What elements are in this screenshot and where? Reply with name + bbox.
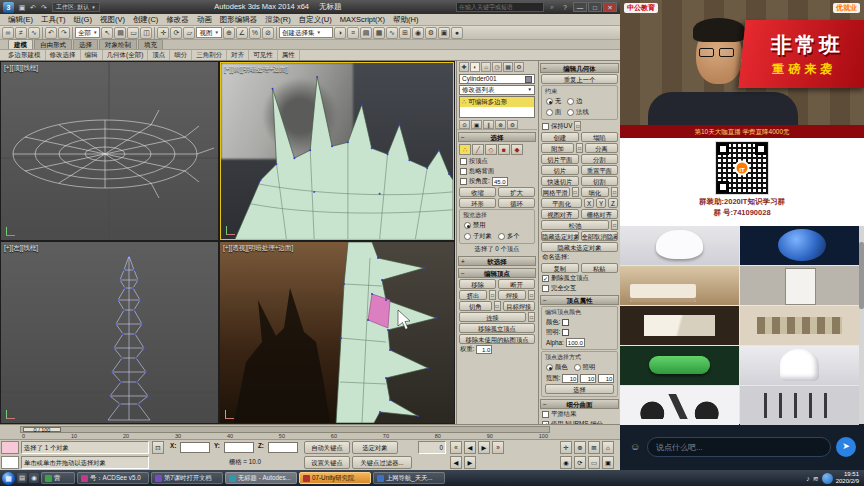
set-key-button[interactable]: 设置关键点 <box>304 456 350 469</box>
menu-customize[interactable]: 自定义(U) <box>295 14 336 26</box>
webcam-video[interactable]: 中公教育 优就业 非常班 重磅来袭 第10天大咖直播 学费直降4000元 <box>620 0 864 138</box>
chat-input[interactable] <box>647 437 831 457</box>
viewport-label[interactable]: [+][前][明暗处理+边面] <box>224 65 288 74</box>
mesh-smooth-button[interactable]: 网格平滑 <box>541 187 570 197</box>
taskbar-item-3dsmax[interactable]: 无标题 - Autodes... <box>225 472 297 484</box>
quick-launch-explorer-icon[interactable]: ▤ <box>17 473 27 483</box>
relax-button[interactable]: 松弛 <box>541 220 609 230</box>
alpha-value[interactable]: 100.0 <box>566 338 585 347</box>
menu-animation[interactable]: 动画 <box>193 14 216 26</box>
undo-icon[interactable]: ↶ <box>28 2 38 13</box>
mesh-smooth-settings-button[interactable]: □ <box>572 187 579 197</box>
menu-maxscript[interactable]: MAXScript(X) <box>336 14 389 26</box>
select-by-color-button[interactable]: 选择 <box>545 384 614 394</box>
zoom-icon[interactable]: ⊕ <box>574 441 586 454</box>
search-icon[interactable]: ⌕ <box>547 3 557 11</box>
ribbon-panel-geometry-all[interactable]: 几何体(全部) <box>103 50 149 60</box>
weld-button[interactable]: 焊接 <box>498 290 526 300</box>
planar-y-button[interactable]: Y <box>596 198 606 208</box>
ribbon-panel-align[interactable]: 对齐 <box>227 50 249 60</box>
render-setup-icon[interactable]: ⚙ <box>425 27 437 39</box>
vertex-mode-icon[interactable]: ∴ <box>459 144 471 155</box>
attach-settings-button[interactable]: □ <box>576 143 583 153</box>
remove-isolated-vertices-button[interactable]: 移除孤立顶点 <box>459 323 535 333</box>
rectangular-region-icon[interactable]: ▭ <box>127 27 139 39</box>
connect-settings-button[interactable]: □ <box>528 312 535 322</box>
rollout-selection[interactable]: −选择 <box>458 132 536 142</box>
tessellate-button[interactable]: 细化 <box>581 187 610 197</box>
ribbon-tab-modeling[interactable]: 建模 <box>8 39 33 49</box>
ribbon-panel-visibility[interactable]: 可见性 <box>249 50 278 60</box>
previous-key-icon[interactable]: ◀ <box>450 456 462 469</box>
modifier-stack[interactable]: ∴ 可编辑多边形 <box>459 96 535 118</box>
unlink-icon[interactable]: ≠ <box>15 27 27 39</box>
create-tab-icon[interactable]: ✚ <box>459 62 469 72</box>
go-to-start-icon[interactable]: « <box>450 441 462 454</box>
motion-tab-icon[interactable]: ◷ <box>492 62 502 72</box>
range-b-value[interactable]: 10 <box>598 374 614 383</box>
bind-to-space-warp-icon[interactable]: ∿ <box>28 27 40 39</box>
display-tab-icon[interactable]: ▦ <box>503 62 513 72</box>
menu-help[interactable]: 帮助(H) <box>389 14 422 26</box>
start-button[interactable]: ▦ <box>2 472 15 485</box>
break-button[interactable]: 断开 <box>498 279 535 289</box>
ribbon-panel-subdivision[interactable]: 细分 <box>170 50 192 60</box>
ribbon-tab-selection[interactable]: 选择 <box>73 39 98 49</box>
show-end-result-icon[interactable]: ▣ <box>471 120 482 129</box>
move-tool-icon[interactable]: ✛ <box>157 27 169 39</box>
hide-selected-button[interactable]: 隐藏选定对象 <box>541 231 579 241</box>
viewport-perspective-shaded[interactable]: [+][透视][明暗处理+边面] <box>220 242 454 423</box>
z-coordinate-field[interactable] <box>268 442 298 453</box>
paste-button[interactable]: 粘贴 <box>581 263 619 273</box>
ribbon-tab-object-paint[interactable]: 对象绘制 <box>99 39 137 49</box>
planar-x-button[interactable]: X <box>584 198 594 208</box>
viewport-label[interactable]: [+][透视][明暗处理+边面] <box>223 244 293 253</box>
unhide-all-button[interactable]: 全部取消隐藏 <box>581 231 619 241</box>
tessellate-settings-button[interactable]: □ <box>611 187 618 197</box>
extrude-settings-button[interactable]: □ <box>489 290 496 300</box>
selection-filter-combo[interactable]: 全部 ▼ <box>75 27 100 38</box>
target-weld-button[interactable]: 目标焊接 <box>503 301 536 311</box>
by-vertex-checkbox[interactable]: 按顶点 <box>460 157 534 166</box>
copy-button[interactable]: 复制 <box>541 263 579 273</box>
previous-frame-icon[interactable]: ◀ <box>464 441 476 454</box>
schematic-view-icon[interactable]: ⊞ <box>399 27 411 39</box>
gallery-scrollbar[interactable] <box>859 226 864 424</box>
align-icon[interactable]: ≡ <box>347 27 359 39</box>
next-key-icon[interactable]: ▶ <box>464 456 476 469</box>
create-button[interactable]: 创建 <box>541 132 579 142</box>
gallery-thumb-white-door[interactable] <box>740 266 859 305</box>
viewport-label[interactable]: [+][顶][线框] <box>4 64 38 73</box>
ribbon-toggle-icon[interactable]: ▦ <box>373 27 385 39</box>
taskbar-item-unity-class[interactable]: 07-Unity研究院 <box>299 472 371 484</box>
taskbar-item-acdsee[interactable]: 号：ACDSee v5.0 <box>77 472 149 484</box>
menu-create[interactable]: 创建(C) <box>129 14 162 26</box>
taskbar-item-lesson-doc[interactable]: 第7课时打开文档 <box>151 472 223 484</box>
maximize-button[interactable]: □ <box>588 2 602 12</box>
weight-value[interactable]: 1.0 <box>476 345 492 354</box>
rollout-edit-vertices[interactable]: −编辑顶点 <box>458 268 536 278</box>
constraint-normal-radio[interactable]: 法线 <box>567 108 589 117</box>
range-g-value[interactable]: 10 <box>580 374 596 383</box>
quick-launch-browser-icon[interactable]: ◉ <box>29 473 39 483</box>
gallery-thumb-blue-sphere[interactable] <box>740 226 859 265</box>
range-r-value[interactable]: 10 <box>562 374 578 383</box>
gallery-thumb-green-soap[interactable] <box>620 346 739 385</box>
ring-button[interactable]: 环形 <box>459 198 496 208</box>
maxscript-mini-listener-white[interactable] <box>1 456 19 469</box>
menu-tools[interactable]: 工具(T) <box>37 14 70 26</box>
connect-button[interactable]: 连接 <box>459 312 526 322</box>
selected-filter-combo[interactable]: 选定对象 <box>352 441 398 454</box>
detach-button[interactable]: 分离 <box>585 143 618 153</box>
slice-plane-button[interactable]: 切片平面 <box>541 154 579 164</box>
angle-snap-icon[interactable]: ∠ <box>236 27 248 39</box>
zoom-region-icon[interactable]: ▭ <box>588 456 600 469</box>
select-by-color-radio[interactable]: 颜色 <box>546 363 568 372</box>
rollout-soft-selection[interactable]: +软选择 <box>458 256 536 266</box>
ribbon-panel-modify-selection[interactable]: 修改选择 <box>46 50 81 60</box>
y-coordinate-field[interactable] <box>224 442 254 453</box>
element-mode-icon[interactable]: ◆ <box>511 144 523 155</box>
reset-plane-button[interactable]: 重置平面 <box>581 165 619 175</box>
undo-icon[interactable]: ↶ <box>45 27 57 39</box>
rollout-edit-geometry[interactable]: −编辑几何体 <box>540 63 619 73</box>
